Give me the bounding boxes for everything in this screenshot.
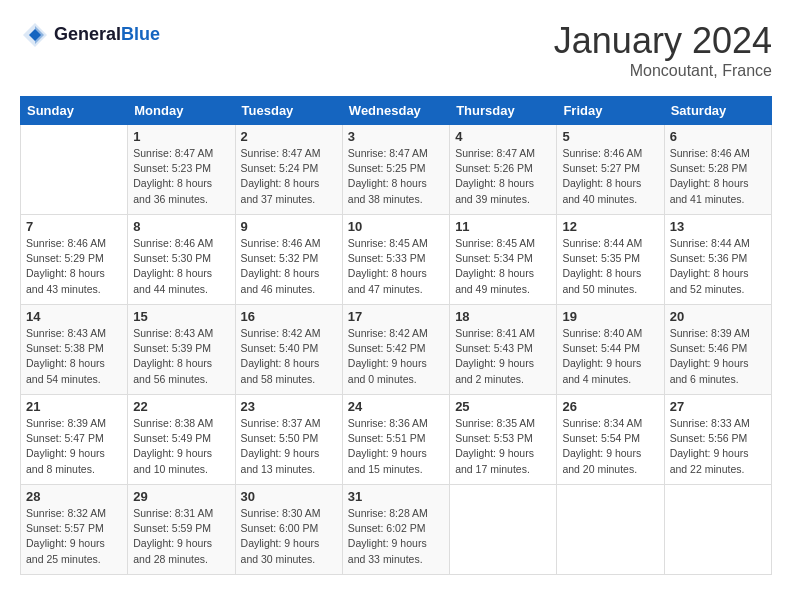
week-row-5: 28Sunrise: 8:32 AM Sunset: 5:57 PM Dayli… xyxy=(21,485,772,575)
day-info: Sunrise: 8:28 AM Sunset: 6:02 PM Dayligh… xyxy=(348,506,444,567)
calendar-cell: 21Sunrise: 8:39 AM Sunset: 5:47 PM Dayli… xyxy=(21,395,128,485)
day-number: 24 xyxy=(348,399,444,414)
calendar-cell: 17Sunrise: 8:42 AM Sunset: 5:42 PM Dayli… xyxy=(342,305,449,395)
calendar-cell: 7Sunrise: 8:46 AM Sunset: 5:29 PM Daylig… xyxy=(21,215,128,305)
calendar-cell: 14Sunrise: 8:43 AM Sunset: 5:38 PM Dayli… xyxy=(21,305,128,395)
calendar-cell: 22Sunrise: 8:38 AM Sunset: 5:49 PM Dayli… xyxy=(128,395,235,485)
day-number: 4 xyxy=(455,129,551,144)
calendar-cell: 24Sunrise: 8:36 AM Sunset: 5:51 PM Dayli… xyxy=(342,395,449,485)
day-number: 2 xyxy=(241,129,337,144)
day-number: 23 xyxy=(241,399,337,414)
calendar-cell: 30Sunrise: 8:30 AM Sunset: 6:00 PM Dayli… xyxy=(235,485,342,575)
day-number: 3 xyxy=(348,129,444,144)
day-number: 21 xyxy=(26,399,122,414)
header-day-sunday: Sunday xyxy=(21,97,128,125)
calendar-header: SundayMondayTuesdayWednesdayThursdayFrid… xyxy=(21,97,772,125)
day-number: 22 xyxy=(133,399,229,414)
day-number: 17 xyxy=(348,309,444,324)
day-number: 10 xyxy=(348,219,444,234)
calendar-cell: 16Sunrise: 8:42 AM Sunset: 5:40 PM Dayli… xyxy=(235,305,342,395)
header-day-friday: Friday xyxy=(557,97,664,125)
day-number: 9 xyxy=(241,219,337,234)
calendar-cell: 26Sunrise: 8:34 AM Sunset: 5:54 PM Dayli… xyxy=(557,395,664,485)
day-number: 14 xyxy=(26,309,122,324)
day-info: Sunrise: 8:46 AM Sunset: 5:28 PM Dayligh… xyxy=(670,146,766,207)
day-info: Sunrise: 8:37 AM Sunset: 5:50 PM Dayligh… xyxy=(241,416,337,477)
day-info: Sunrise: 8:35 AM Sunset: 5:53 PM Dayligh… xyxy=(455,416,551,477)
day-number: 7 xyxy=(26,219,122,234)
day-info: Sunrise: 8:31 AM Sunset: 5:59 PM Dayligh… xyxy=(133,506,229,567)
day-info: Sunrise: 8:44 AM Sunset: 5:36 PM Dayligh… xyxy=(670,236,766,297)
calendar-body: 1Sunrise: 8:47 AM Sunset: 5:23 PM Daylig… xyxy=(21,125,772,575)
day-info: Sunrise: 8:32 AM Sunset: 5:57 PM Dayligh… xyxy=(26,506,122,567)
day-info: Sunrise: 8:47 AM Sunset: 5:26 PM Dayligh… xyxy=(455,146,551,207)
day-info: Sunrise: 8:33 AM Sunset: 5:56 PM Dayligh… xyxy=(670,416,766,477)
calendar-cell: 27Sunrise: 8:33 AM Sunset: 5:56 PM Dayli… xyxy=(664,395,771,485)
day-number: 15 xyxy=(133,309,229,324)
day-info: Sunrise: 8:34 AM Sunset: 5:54 PM Dayligh… xyxy=(562,416,658,477)
week-row-1: 1Sunrise: 8:47 AM Sunset: 5:23 PM Daylig… xyxy=(21,125,772,215)
header-row: SundayMondayTuesdayWednesdayThursdayFrid… xyxy=(21,97,772,125)
day-number: 16 xyxy=(241,309,337,324)
day-info: Sunrise: 8:43 AM Sunset: 5:39 PM Dayligh… xyxy=(133,326,229,387)
calendar-cell: 20Sunrise: 8:39 AM Sunset: 5:46 PM Dayli… xyxy=(664,305,771,395)
day-number: 29 xyxy=(133,489,229,504)
calendar-cell xyxy=(450,485,557,575)
week-row-3: 14Sunrise: 8:43 AM Sunset: 5:38 PM Dayli… xyxy=(21,305,772,395)
day-info: Sunrise: 8:40 AM Sunset: 5:44 PM Dayligh… xyxy=(562,326,658,387)
header-day-saturday: Saturday xyxy=(664,97,771,125)
calendar-cell: 12Sunrise: 8:44 AM Sunset: 5:35 PM Dayli… xyxy=(557,215,664,305)
day-info: Sunrise: 8:46 AM Sunset: 5:29 PM Dayligh… xyxy=(26,236,122,297)
day-info: Sunrise: 8:44 AM Sunset: 5:35 PM Dayligh… xyxy=(562,236,658,297)
day-info: Sunrise: 8:47 AM Sunset: 5:25 PM Dayligh… xyxy=(348,146,444,207)
calendar-cell: 9Sunrise: 8:46 AM Sunset: 5:32 PM Daylig… xyxy=(235,215,342,305)
calendar-cell: 6Sunrise: 8:46 AM Sunset: 5:28 PM Daylig… xyxy=(664,125,771,215)
calendar-cell: 10Sunrise: 8:45 AM Sunset: 5:33 PM Dayli… xyxy=(342,215,449,305)
header-day-monday: Monday xyxy=(128,97,235,125)
calendar-cell: 2Sunrise: 8:47 AM Sunset: 5:24 PM Daylig… xyxy=(235,125,342,215)
calendar-cell: 23Sunrise: 8:37 AM Sunset: 5:50 PM Dayli… xyxy=(235,395,342,485)
day-info: Sunrise: 8:42 AM Sunset: 5:42 PM Dayligh… xyxy=(348,326,444,387)
day-info: Sunrise: 8:47 AM Sunset: 5:23 PM Dayligh… xyxy=(133,146,229,207)
calendar-cell: 29Sunrise: 8:31 AM Sunset: 5:59 PM Dayli… xyxy=(128,485,235,575)
day-number: 6 xyxy=(670,129,766,144)
day-info: Sunrise: 8:39 AM Sunset: 5:47 PM Dayligh… xyxy=(26,416,122,477)
location: Moncoutant, France xyxy=(554,62,772,80)
calendar-cell: 1Sunrise: 8:47 AM Sunset: 5:23 PM Daylig… xyxy=(128,125,235,215)
logo-text: GeneralBlue xyxy=(54,25,160,45)
day-info: Sunrise: 8:46 AM Sunset: 5:32 PM Dayligh… xyxy=(241,236,337,297)
calendar-table: SundayMondayTuesdayWednesdayThursdayFrid… xyxy=(20,96,772,575)
header-day-thursday: Thursday xyxy=(450,97,557,125)
day-number: 27 xyxy=(670,399,766,414)
calendar-cell xyxy=(21,125,128,215)
day-info: Sunrise: 8:45 AM Sunset: 5:34 PM Dayligh… xyxy=(455,236,551,297)
day-info: Sunrise: 8:46 AM Sunset: 5:30 PM Dayligh… xyxy=(133,236,229,297)
month-title: January 2024 xyxy=(554,20,772,62)
day-number: 12 xyxy=(562,219,658,234)
day-number: 1 xyxy=(133,129,229,144)
title-block: January 2024 Moncoutant, France xyxy=(554,20,772,80)
day-number: 19 xyxy=(562,309,658,324)
calendar-cell: 19Sunrise: 8:40 AM Sunset: 5:44 PM Dayli… xyxy=(557,305,664,395)
calendar-cell: 5Sunrise: 8:46 AM Sunset: 5:27 PM Daylig… xyxy=(557,125,664,215)
day-info: Sunrise: 8:42 AM Sunset: 5:40 PM Dayligh… xyxy=(241,326,337,387)
calendar-cell: 25Sunrise: 8:35 AM Sunset: 5:53 PM Dayli… xyxy=(450,395,557,485)
calendar-cell: 31Sunrise: 8:28 AM Sunset: 6:02 PM Dayli… xyxy=(342,485,449,575)
day-info: Sunrise: 8:41 AM Sunset: 5:43 PM Dayligh… xyxy=(455,326,551,387)
day-info: Sunrise: 8:38 AM Sunset: 5:49 PM Dayligh… xyxy=(133,416,229,477)
day-info: Sunrise: 8:46 AM Sunset: 5:27 PM Dayligh… xyxy=(562,146,658,207)
day-number: 18 xyxy=(455,309,551,324)
day-number: 8 xyxy=(133,219,229,234)
day-number: 25 xyxy=(455,399,551,414)
logo-icon xyxy=(20,20,50,50)
day-info: Sunrise: 8:39 AM Sunset: 5:46 PM Dayligh… xyxy=(670,326,766,387)
calendar-cell: 11Sunrise: 8:45 AM Sunset: 5:34 PM Dayli… xyxy=(450,215,557,305)
day-info: Sunrise: 8:43 AM Sunset: 5:38 PM Dayligh… xyxy=(26,326,122,387)
day-number: 11 xyxy=(455,219,551,234)
day-number: 13 xyxy=(670,219,766,234)
day-number: 5 xyxy=(562,129,658,144)
calendar-cell: 18Sunrise: 8:41 AM Sunset: 5:43 PM Dayli… xyxy=(450,305,557,395)
day-number: 30 xyxy=(241,489,337,504)
day-info: Sunrise: 8:30 AM Sunset: 6:00 PM Dayligh… xyxy=(241,506,337,567)
day-info: Sunrise: 8:47 AM Sunset: 5:24 PM Dayligh… xyxy=(241,146,337,207)
